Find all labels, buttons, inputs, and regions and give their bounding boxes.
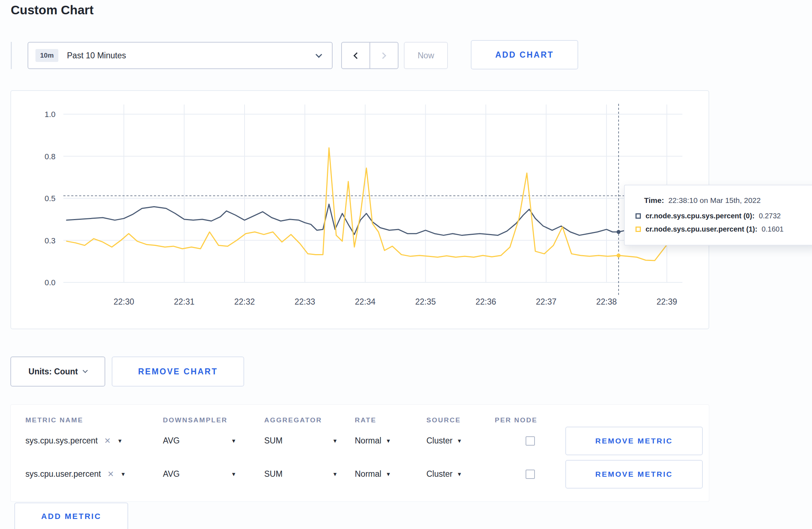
rate-value: Normal	[355, 436, 381, 446]
tooltip-series-name: cr.node.sys.cpu.sys.percent (0):	[646, 212, 755, 220]
per-node-checkbox[interactable]	[526, 470, 535, 479]
dropdown-arrow-icon: ▼	[386, 438, 391, 443]
series-user-swatch-icon	[635, 227, 641, 232]
source-select[interactable]: Cluster ▼	[426, 436, 462, 446]
header-per-node: PER NODE	[495, 416, 565, 424]
next-time-button[interactable]	[369, 42, 398, 69]
metric-name-select[interactable]: sys.cpu.user.percent ✕ ▼	[25, 469, 126, 479]
dropdown-arrow-icon: ▼	[117, 438, 122, 443]
rate-select[interactable]: Normal ▼	[355, 436, 391, 446]
metric-name-value: sys.cpu.user.percent	[25, 469, 101, 479]
x-axis-tick-label: 22:34	[355, 297, 376, 306]
downsampler-select[interactable]: AVG ▼	[163, 436, 236, 446]
aggregator-value: SUM	[264, 469, 282, 479]
rate-value: Normal	[355, 469, 381, 479]
downsampler-value: AVG	[163, 469, 180, 479]
metric-row: sys.cpu.sys.percent ✕ ▼ AVG ▼ SUM ▼ Norm…	[11, 424, 709, 457]
dropdown-arrow-icon: ▼	[457, 438, 462, 443]
x-axis-tick-label: 22:38	[596, 297, 617, 306]
downsampler-select[interactable]: AVG ▼	[163, 469, 236, 479]
chevron-left-icon	[353, 52, 360, 59]
crosshair-dot	[617, 253, 620, 257]
time-range-select[interactable]: 10m Past 10 Minutes	[28, 42, 333, 69]
prev-time-button[interactable]	[341, 42, 370, 69]
header-rate: RATE	[355, 416, 426, 424]
dropdown-arrow-icon: ▼	[120, 471, 126, 477]
tooltip-series-value: 0.2732	[759, 212, 781, 220]
tooltip-time-label: Time:	[644, 196, 664, 205]
chart-card: 0.00.30.50.81.022:3022:3122:3222:3322:34…	[10, 90, 709, 329]
x-axis-tick-label: 22:33	[295, 297, 315, 306]
add-metric-button[interactable]: ADD METRIC	[14, 503, 128, 529]
x-axis-tick-label: 22:30	[113, 297, 134, 306]
source-select[interactable]: Cluster ▼	[426, 469, 462, 479]
metric-row: sys.cpu.user.percent ✕ ▼ AVG ▼ SUM ▼ Nor…	[11, 457, 709, 491]
now-button[interactable]: Now	[404, 42, 448, 69]
metrics-table: METRIC NAME DOWNSAMPLER AGGREGATOR RATE …	[10, 404, 709, 502]
toolbar-divider	[11, 42, 12, 69]
remove-metric-button[interactable]: REMOVE METRIC	[565, 427, 703, 455]
remove-chart-button[interactable]: REMOVE CHART	[112, 356, 244, 387]
chart-tooltip: Time: 22:38:10 on Mar 15th, 2022 cr.node…	[624, 185, 812, 246]
clear-metric-icon[interactable]: ✕	[107, 470, 114, 478]
clear-metric-icon[interactable]: ✕	[104, 437, 111, 445]
units-label: Units: Count	[29, 367, 78, 377]
tooltip-series-row: cr.node.sys.cpu.user.percent (1): 0.1601	[635, 225, 806, 233]
x-axis-tick-label: 22:36	[475, 297, 496, 306]
dropdown-arrow-icon: ▼	[231, 471, 236, 477]
source-value: Cluster	[426, 436, 453, 446]
x-axis-tick-label: 22:35	[415, 297, 436, 306]
dropdown-arrow-icon: ▼	[457, 471, 462, 477]
metrics-table-header: METRIC NAME DOWNSAMPLER AGGREGATOR RATE …	[11, 405, 709, 424]
tooltip-time-row: Time: 22:38:10 on Mar 15th, 2022	[644, 196, 806, 205]
dropdown-arrow-icon: ▼	[231, 438, 236, 443]
tooltip-series-value: 0.1601	[762, 225, 783, 233]
aggregator-value: SUM	[264, 436, 282, 446]
y-axis-tick-label: 0.0	[44, 278, 55, 287]
time-pager	[341, 42, 398, 69]
header-downsampler: DOWNSAMPLER	[163, 416, 264, 424]
x-axis-tick-label: 22:32	[234, 297, 255, 306]
series-line	[67, 204, 673, 235]
dropdown-arrow-icon: ▼	[332, 471, 338, 477]
tooltip-series-name: cr.node.sys.cpu.user.percent (1):	[646, 225, 757, 233]
add-chart-button[interactable]: ADD CHART	[471, 40, 578, 69]
page-title: Custom Chart	[11, 3, 93, 17]
aggregator-select[interactable]: SUM ▼	[264, 436, 338, 446]
x-axis-tick-label: 22:37	[536, 297, 557, 306]
y-axis-tick-label: 0.8	[44, 152, 55, 161]
source-value: Cluster	[426, 469, 453, 479]
tooltip-series-row: cr.node.sys.cpu.sys.percent (0): 0.2732	[635, 212, 806, 220]
remove-metric-button[interactable]: REMOVE METRIC	[565, 460, 703, 489]
header-aggregator: AGGREGATOR	[264, 416, 355, 424]
aggregator-select[interactable]: SUM ▼	[264, 469, 338, 479]
series-sys-swatch-icon	[635, 213, 641, 219]
per-node-checkbox[interactable]	[526, 436, 535, 446]
dropdown-arrow-icon: ▼	[332, 438, 338, 443]
y-axis-tick-label: 0.3	[44, 236, 55, 245]
series-line	[67, 148, 673, 261]
y-axis-tick-label: 1.0	[44, 110, 55, 119]
chevron-down-icon	[83, 368, 88, 373]
dropdown-arrow-icon: ▼	[386, 471, 391, 477]
y-axis-tick-label: 0.5	[44, 194, 55, 203]
metric-name-select[interactable]: sys.cpu.sys.percent ✕ ▼	[25, 436, 122, 446]
chevron-down-icon	[315, 51, 322, 58]
metric-name-value: sys.cpu.sys.percent	[25, 436, 98, 446]
header-metric-name: METRIC NAME	[25, 416, 163, 424]
rate-select[interactable]: Normal ▼	[355, 469, 391, 479]
x-axis-tick-label: 22:31	[174, 297, 195, 306]
chart-canvas[interactable]: 0.00.30.50.81.022:3022:3122:3222:3322:34…	[11, 91, 709, 329]
tooltip-time-value: 22:38:10 on Mar 15th, 2022	[668, 196, 761, 205]
chevron-right-icon	[380, 52, 386, 59]
downsampler-value: AVG	[163, 436, 180, 446]
header-source: SOURCE	[426, 416, 495, 424]
x-axis-tick-label: 22:39	[657, 297, 677, 306]
time-range-label: Past 10 Minutes	[67, 51, 126, 60]
units-select[interactable]: Units: Count	[10, 356, 105, 387]
time-range-badge: 10m	[35, 49, 58, 62]
crosshair-dot	[617, 230, 620, 234]
